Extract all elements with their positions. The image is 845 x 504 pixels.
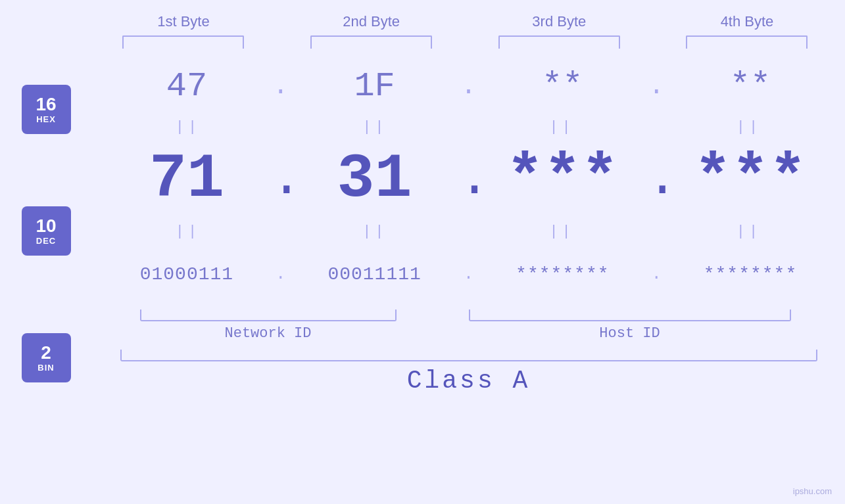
byte1-label: 1st Byte	[108, 13, 259, 30]
watermark: ipshu.com	[793, 486, 832, 496]
class-section: Class A	[107, 350, 831, 395]
network-id-section: Network ID	[107, 309, 429, 342]
bracket-b1	[122, 35, 244, 49]
equals-row-2: || || || ||	[107, 223, 831, 240]
hex-b3: **	[542, 67, 583, 106]
dec-b4: ***	[694, 144, 806, 215]
bin-dot3: .	[646, 265, 666, 284]
network-id-bracket	[140, 309, 397, 321]
eq1-b3: ||	[483, 119, 641, 135]
class-label: Class A	[407, 367, 531, 395]
equals-row-1: || || || ||	[107, 119, 831, 135]
byte2-label: 2nd Byte	[296, 13, 447, 30]
main-container: 1st Byte 2nd Byte 3rd Byte 4th Byte	[0, 0, 845, 504]
bin-b2: 00011111	[327, 264, 421, 285]
byte-headers: 1st Byte 2nd Byte 3rd Byte 4th Byte	[104, 13, 827, 30]
bin-b3: ********	[516, 264, 609, 285]
hex-b1: 47	[166, 67, 207, 106]
eq2-b1: ||	[109, 223, 267, 240]
hex-dot2: .	[458, 72, 478, 101]
byte4-label: 4th Byte	[671, 13, 823, 30]
dec-b1: 71	[149, 144, 224, 215]
bin-row: 01000111 . 00011111 . ******** . *******…	[107, 241, 831, 307]
host-id-section: Host ID	[429, 309, 831, 342]
dec-dot3: .	[646, 140, 666, 219]
badges-column: 16 HEX 10 DEC 2 BIN	[15, 55, 107, 382]
dec-b3: ***	[506, 144, 619, 215]
content-section: 16 HEX 10 DEC 2 BIN 47 .	[15, 55, 831, 395]
dec-dot1: .	[271, 140, 291, 219]
bin-badge: 2 BIN	[22, 333, 71, 382]
dec-dot2: .	[458, 140, 478, 219]
hex-b4: **	[730, 67, 771, 106]
values-section: 47 . 1F . ** . ** || ||	[107, 55, 831, 395]
eq1-b1: ||	[109, 119, 267, 135]
bin-dot1: .	[271, 265, 291, 284]
host-id-label: Host ID	[599, 325, 660, 342]
class-bracket	[120, 350, 817, 361]
bracket-b2	[310, 35, 432, 49]
dec-badge: 10 DEC	[22, 206, 71, 256]
eq2-b3: ||	[483, 223, 641, 240]
network-id-label: Network ID	[224, 325, 311, 342]
hex-badge: 16 HEX	[22, 85, 71, 134]
id-brackets: Network ID Host ID	[107, 309, 831, 342]
hex-b2: 1F	[354, 67, 395, 106]
eq1-b4: ||	[670, 119, 828, 135]
eq2-b2: ||	[296, 223, 454, 240]
top-brackets	[104, 35, 827, 49]
bin-b1: 01000111	[140, 264, 233, 285]
eq2-b4: ||	[670, 223, 828, 240]
hex-row: 47 . 1F . ** . **	[107, 55, 831, 118]
hex-dot1: .	[271, 72, 291, 101]
dec-row: 71 . 31 . *** . ***	[107, 137, 831, 222]
bracket-b3	[498, 35, 620, 49]
bin-dot2: .	[458, 265, 478, 284]
dec-b2: 31	[337, 144, 412, 215]
byte3-label: 3rd Byte	[483, 13, 635, 30]
host-id-bracket	[469, 309, 791, 321]
bin-b4: ********	[704, 264, 797, 285]
bracket-b4	[686, 35, 808, 49]
hex-dot3: .	[646, 72, 666, 101]
eq1-b2: ||	[296, 119, 454, 135]
